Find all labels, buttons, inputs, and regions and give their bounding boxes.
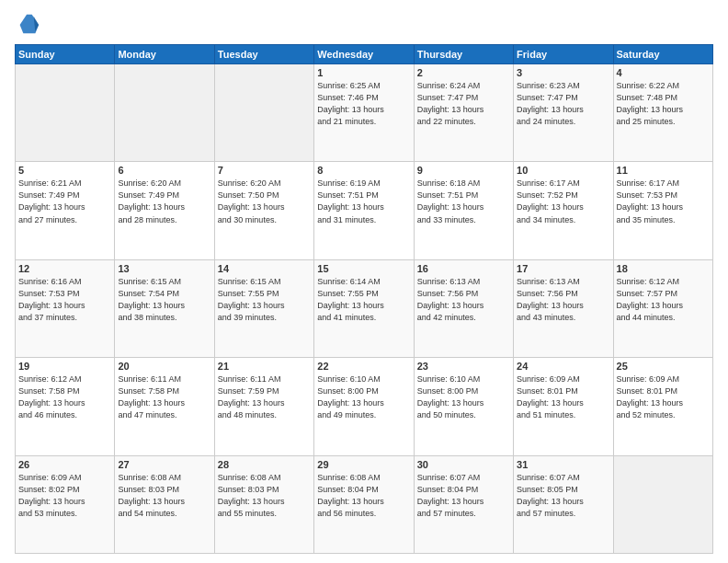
day-cell: 19Sunrise: 6:12 AM Sunset: 7:58 PM Dayli…	[16, 358, 115, 455]
day-info: Sunrise: 6:16 AM Sunset: 7:53 PM Dayligh…	[18, 276, 111, 324]
day-cell: 21Sunrise: 6:11 AM Sunset: 7:59 PM Dayli…	[214, 358, 313, 455]
day-header-monday: Monday	[115, 45, 214, 64]
day-info: Sunrise: 6:20 AM Sunset: 7:50 PM Dayligh…	[218, 178, 311, 225]
day-number: 26	[18, 459, 111, 470]
day-number: 24	[517, 361, 609, 372]
day-cell: 14Sunrise: 6:15 AM Sunset: 7:55 PM Dayli…	[214, 259, 313, 357]
day-cell: 18Sunrise: 6:12 AM Sunset: 7:57 PM Dayli…	[613, 259, 712, 357]
week-row-2: 5Sunrise: 6:21 AM Sunset: 7:49 PM Daylig…	[16, 162, 713, 259]
day-header-tuesday: Tuesday	[214, 45, 313, 64]
day-cell: 23Sunrise: 6:10 AM Sunset: 8:00 PM Dayli…	[414, 358, 513, 455]
day-cell: 26Sunrise: 6:09 AM Sunset: 8:02 PM Dayli…	[16, 455, 115, 553]
day-number: 1	[317, 67, 410, 78]
day-number: 12	[18, 263, 111, 274]
day-info: Sunrise: 6:17 AM Sunset: 7:53 PM Dayligh…	[617, 178, 710, 225]
day-header-thursday: Thursday	[414, 45, 513, 64]
header	[15, 11, 713, 37]
day-info: Sunrise: 6:21 AM Sunset: 7:49 PM Dayligh…	[18, 178, 111, 225]
day-info: Sunrise: 6:12 AM Sunset: 7:57 PM Dayligh…	[617, 276, 710, 324]
day-cell: 3Sunrise: 6:23 AM Sunset: 7:47 PM Daylig…	[514, 64, 613, 162]
day-number: 23	[417, 361, 510, 372]
day-info: Sunrise: 6:07 AM Sunset: 8:05 PM Dayligh…	[517, 472, 609, 520]
day-info: Sunrise: 6:14 AM Sunset: 7:55 PM Dayligh…	[317, 276, 410, 324]
day-info: Sunrise: 6:10 AM Sunset: 8:00 PM Dayligh…	[317, 373, 410, 421]
day-cell: 24Sunrise: 6:09 AM Sunset: 8:01 PM Dayli…	[514, 358, 613, 455]
day-number: 17	[517, 263, 609, 274]
day-number: 29	[317, 459, 410, 470]
day-cell	[214, 64, 313, 162]
day-info: Sunrise: 6:13 AM Sunset: 7:56 PM Dayligh…	[417, 276, 510, 324]
day-info: Sunrise: 6:25 AM Sunset: 7:46 PM Dayligh…	[317, 80, 410, 128]
day-number: 13	[118, 263, 210, 274]
day-number: 15	[317, 263, 410, 274]
calendar-table: SundayMondayTuesdayWednesdayThursdayFrid…	[15, 44, 713, 554]
day-number: 16	[417, 263, 510, 274]
day-number: 2	[417, 67, 510, 78]
day-info: Sunrise: 6:09 AM Sunset: 8:01 PM Dayligh…	[617, 373, 710, 421]
day-number: 25	[617, 361, 710, 372]
day-number: 8	[317, 165, 410, 176]
week-row-1: 1Sunrise: 6:25 AM Sunset: 7:46 PM Daylig…	[16, 64, 713, 162]
day-number: 21	[218, 361, 311, 372]
day-info: Sunrise: 6:10 AM Sunset: 8:00 PM Dayligh…	[417, 373, 510, 421]
day-cell: 31Sunrise: 6:07 AM Sunset: 8:05 PM Dayli…	[514, 455, 613, 553]
day-info: Sunrise: 6:23 AM Sunset: 7:47 PM Dayligh…	[517, 80, 609, 128]
day-cell: 12Sunrise: 6:16 AM Sunset: 7:53 PM Dayli…	[16, 259, 115, 357]
day-number: 5	[18, 165, 111, 176]
week-row-5: 26Sunrise: 6:09 AM Sunset: 8:02 PM Dayli…	[16, 455, 713, 553]
day-info: Sunrise: 6:15 AM Sunset: 7:54 PM Dayligh…	[118, 276, 210, 324]
day-header-friday: Friday	[514, 45, 613, 64]
day-cell	[115, 64, 214, 162]
day-cell	[613, 455, 712, 553]
day-number: 20	[118, 361, 210, 372]
day-number: 10	[517, 165, 609, 176]
day-cell: 22Sunrise: 6:10 AM Sunset: 8:00 PM Dayli…	[314, 358, 414, 455]
day-number: 18	[617, 263, 710, 274]
day-cell: 25Sunrise: 6:09 AM Sunset: 8:01 PM Dayli…	[613, 358, 712, 455]
day-number: 30	[417, 459, 510, 470]
logo	[15, 11, 44, 37]
day-number: 7	[218, 165, 311, 176]
day-cell: 7Sunrise: 6:20 AM Sunset: 7:50 PM Daylig…	[214, 162, 313, 259]
day-number: 27	[118, 459, 210, 470]
day-cell: 1Sunrise: 6:25 AM Sunset: 7:46 PM Daylig…	[314, 64, 414, 162]
day-cell: 28Sunrise: 6:08 AM Sunset: 8:03 PM Dayli…	[214, 455, 313, 553]
day-cell: 8Sunrise: 6:19 AM Sunset: 7:51 PM Daylig…	[314, 162, 414, 259]
day-header-sunday: Sunday	[16, 45, 115, 64]
day-info: Sunrise: 6:08 AM Sunset: 8:03 PM Dayligh…	[118, 472, 210, 520]
day-info: Sunrise: 6:11 AM Sunset: 7:59 PM Dayligh…	[218, 373, 311, 421]
week-row-4: 19Sunrise: 6:12 AM Sunset: 7:58 PM Dayli…	[16, 358, 713, 455]
day-cell: 20Sunrise: 6:11 AM Sunset: 7:58 PM Dayli…	[115, 358, 214, 455]
day-cell: 29Sunrise: 6:08 AM Sunset: 8:04 PM Dayli…	[314, 455, 414, 553]
day-cell: 9Sunrise: 6:18 AM Sunset: 7:51 PM Daylig…	[414, 162, 513, 259]
day-info: Sunrise: 6:17 AM Sunset: 7:52 PM Dayligh…	[517, 178, 609, 225]
day-info: Sunrise: 6:12 AM Sunset: 7:58 PM Dayligh…	[18, 373, 111, 421]
day-cell: 4Sunrise: 6:22 AM Sunset: 7:48 PM Daylig…	[613, 64, 712, 162]
day-number: 6	[118, 165, 210, 176]
day-cell: 6Sunrise: 6:20 AM Sunset: 7:49 PM Daylig…	[115, 162, 214, 259]
day-cell: 5Sunrise: 6:21 AM Sunset: 7:49 PM Daylig…	[16, 162, 115, 259]
day-info: Sunrise: 6:08 AM Sunset: 8:04 PM Dayligh…	[317, 472, 410, 520]
header-row: SundayMondayTuesdayWednesdayThursdayFrid…	[16, 45, 713, 64]
day-cell: 11Sunrise: 6:17 AM Sunset: 7:53 PM Dayli…	[613, 162, 712, 259]
day-number: 4	[617, 67, 710, 78]
day-cell	[16, 64, 115, 162]
day-cell: 13Sunrise: 6:15 AM Sunset: 7:54 PM Dayli…	[115, 259, 214, 357]
day-info: Sunrise: 6:08 AM Sunset: 8:03 PM Dayligh…	[218, 472, 311, 520]
day-info: Sunrise: 6:18 AM Sunset: 7:51 PM Dayligh…	[417, 178, 510, 225]
day-info: Sunrise: 6:07 AM Sunset: 8:04 PM Dayligh…	[417, 472, 510, 520]
day-cell: 17Sunrise: 6:13 AM Sunset: 7:56 PM Dayli…	[514, 259, 613, 357]
day-cell: 15Sunrise: 6:14 AM Sunset: 7:55 PM Dayli…	[314, 259, 414, 357]
day-cell: 2Sunrise: 6:24 AM Sunset: 7:47 PM Daylig…	[414, 64, 513, 162]
logo-icon	[15, 11, 40, 37]
day-number: 19	[18, 361, 111, 372]
day-number: 11	[617, 165, 710, 176]
day-cell: 10Sunrise: 6:17 AM Sunset: 7:52 PM Dayli…	[514, 162, 613, 259]
day-info: Sunrise: 6:13 AM Sunset: 7:56 PM Dayligh…	[517, 276, 609, 324]
page: SundayMondayTuesdayWednesdayThursdayFrid…	[0, 0, 728, 563]
day-number: 3	[517, 67, 609, 78]
day-number: 28	[218, 459, 311, 470]
day-info: Sunrise: 6:20 AM Sunset: 7:49 PM Dayligh…	[118, 178, 210, 225]
day-info: Sunrise: 6:15 AM Sunset: 7:55 PM Dayligh…	[218, 276, 311, 324]
day-number: 14	[218, 263, 311, 274]
